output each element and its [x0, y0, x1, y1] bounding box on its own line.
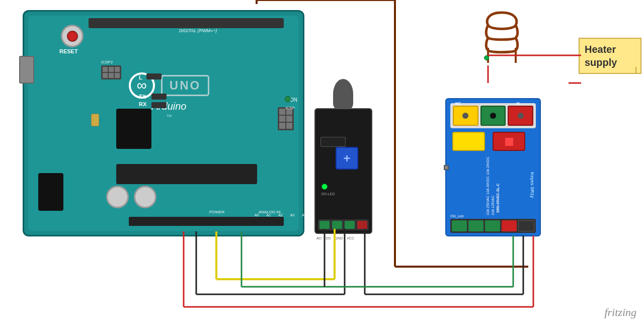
led-green: [321, 184, 328, 190]
usb-connector: [19, 56, 34, 84]
main-chip: [116, 109, 151, 149]
tx-label: TX: [139, 94, 146, 100]
digital-label: DIGITAL (PWM=~): [179, 28, 217, 33]
arduino-board: RESET ICSP2 DIGITAL (PWM=~): [23, 10, 304, 236]
relay-specs: 10A 250VAC 10A 30VDC 10A 28VDC 10A 125VA…: [449, 154, 537, 215]
reset-label: RESET: [59, 48, 78, 54]
relay-n-label: N: [517, 101, 520, 106]
relay-coil-yellow: [452, 132, 485, 151]
relay-brand-label: Keyes SR1y: [530, 172, 535, 198]
reset-button[interactable]: [61, 25, 84, 47]
fritzing-watermark: fritzing: [604, 306, 636, 319]
rx-label: RX: [139, 101, 146, 107]
sensor-ic: [320, 137, 346, 147]
analog-pin-header: [129, 217, 284, 226]
heater-contact-left: [484, 55, 489, 60]
icsp-label-2: ICSP: [285, 106, 295, 110]
heater-supply-note: Heater supply: [579, 38, 641, 74]
heater-contact-right: [512, 55, 518, 61]
relay-nc-label: NC: [455, 101, 461, 106]
relay-on-led-label: ON_Led: [450, 214, 463, 218]
power-connector: [38, 173, 63, 211]
icsp-header-2: [278, 107, 294, 130]
digital-pin-header: [89, 18, 284, 28]
circuit-diagram: RESET ICSP2 DIGITAL (PWM=~): [0, 0, 644, 325]
uno-label: UNO: [170, 78, 201, 92]
capacitor-1: [106, 186, 129, 208]
capacitor-2: [134, 186, 156, 208]
power-label: POWER: [209, 210, 224, 214]
component-chip: [116, 164, 257, 184]
relay-terminal-block: [450, 103, 536, 128]
heater-coil: [478, 8, 526, 65]
relay-coil-red: [493, 132, 525, 151]
relay-signal-pins: [450, 219, 536, 233]
icsp2-label: ICSP2: [101, 60, 121, 64]
l-label: L: [139, 74, 142, 80]
sensor-module: + DO-LED AO DO GND VCC: [314, 108, 372, 234]
potentiometer: +: [336, 147, 358, 170]
relay-module: NC N 10A 250VAC 10A 30VDC 10A 28VDC 10A …: [445, 98, 541, 236]
sensor-pins: [318, 219, 369, 230]
sensor-dome: [333, 79, 353, 109]
crystal: [91, 114, 99, 126]
relay-mount-hole-left: [444, 165, 449, 170]
on-label: ON: [290, 97, 297, 103]
